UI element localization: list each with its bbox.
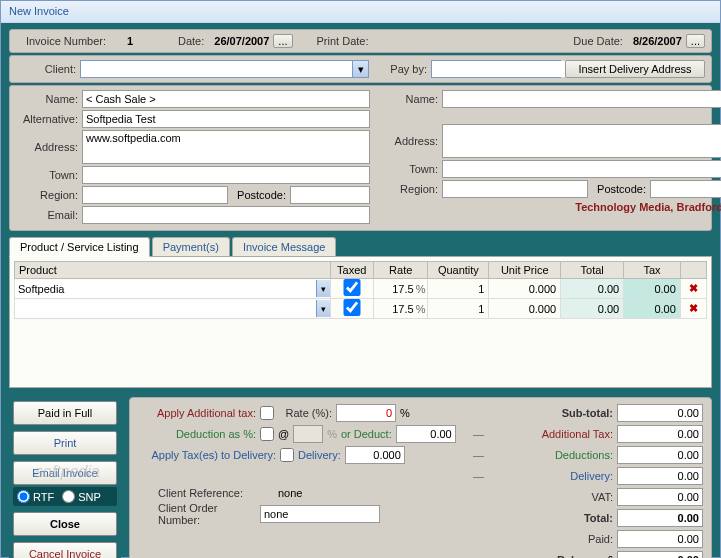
email-invoice-button[interactable]: Email Invoice bbox=[13, 461, 117, 485]
total-value bbox=[617, 509, 703, 527]
product-input[interactable] bbox=[15, 300, 316, 317]
postcode-label: Postcode: bbox=[232, 189, 286, 201]
payby-select[interactable]: ▾ bbox=[431, 60, 561, 78]
window-title: New Invoice bbox=[9, 5, 69, 17]
apply-addl-checkbox[interactable] bbox=[260, 406, 274, 420]
delete-icon[interactable]: ✖ bbox=[685, 302, 702, 314]
format-radios: RTF SNP bbox=[13, 487, 117, 506]
chevron-down-icon[interactable]: ▾ bbox=[352, 61, 368, 77]
col-delete bbox=[680, 262, 706, 279]
paid-value bbox=[617, 530, 703, 548]
delivery-label: Delivery: bbox=[298, 449, 341, 461]
name2-input[interactable] bbox=[442, 90, 721, 108]
taxed-checkbox[interactable] bbox=[331, 299, 374, 316]
rtf-radio[interactable]: RTF bbox=[17, 490, 54, 503]
name-input[interactable] bbox=[82, 90, 370, 108]
rate-input[interactable] bbox=[336, 404, 396, 422]
col-qty: Quantity bbox=[428, 262, 489, 279]
tab-invoice-message[interactable]: Invoice Message bbox=[232, 237, 337, 257]
rate-value: 17.5 bbox=[392, 303, 413, 315]
at-label: @ bbox=[278, 428, 289, 440]
vat-value bbox=[617, 488, 703, 506]
col-rate: Rate bbox=[374, 262, 428, 279]
dash-icon: — bbox=[473, 470, 484, 482]
percent-icon: % bbox=[416, 303, 426, 315]
delete-icon[interactable]: ✖ bbox=[685, 282, 702, 294]
name-label: Name: bbox=[16, 93, 78, 105]
town2-label: Town: bbox=[376, 163, 438, 175]
dash-icon: — bbox=[473, 449, 484, 461]
col-product: Product bbox=[15, 262, 331, 279]
content: Invoice Number: 1 Date: 26/07/2007 ... P… bbox=[1, 23, 720, 557]
addr-input[interactable] bbox=[82, 130, 370, 164]
client-ref-label: Client Reference: bbox=[138, 487, 256, 499]
invoice-number: 1 bbox=[110, 35, 150, 47]
deduction-pct-input[interactable] bbox=[293, 425, 323, 443]
region-input[interactable] bbox=[82, 186, 228, 204]
due-date-value: 8/26/2007 bbox=[633, 35, 682, 47]
delivery-input[interactable] bbox=[345, 446, 405, 464]
topbar: Invoice Number: 1 Date: 26/07/2007 ... P… bbox=[9, 29, 712, 53]
cancel-invoice-button[interactable]: Cancel Invoice bbox=[13, 542, 117, 558]
col-taxed: Taxed bbox=[330, 262, 374, 279]
deductions-label: Deductions: bbox=[488, 449, 613, 461]
percent-icon: % bbox=[416, 283, 426, 295]
or-deduct-input[interactable] bbox=[396, 425, 456, 443]
or-deduct-label: or Deduct: bbox=[341, 428, 392, 440]
addl-tax-value bbox=[617, 425, 703, 443]
product-input[interactable] bbox=[15, 280, 316, 297]
tabstrip: Product / Service Listing Payment(s) Inv… bbox=[9, 237, 712, 257]
client-input[interactable] bbox=[81, 61, 352, 77]
alt-label: Alternative: bbox=[16, 113, 78, 125]
due-date-label: Due Date: bbox=[573, 35, 623, 47]
product-grid: Product Taxed Rate Quantity Unit Price T… bbox=[14, 261, 707, 319]
alt-input[interactable] bbox=[82, 110, 370, 128]
snp-radio[interactable]: SNP bbox=[62, 490, 101, 503]
deduction-checkbox[interactable] bbox=[260, 427, 274, 441]
window: New Invoice Invoice Number: 1 Date: 26/0… bbox=[0, 0, 721, 558]
total-label: Total: bbox=[473, 512, 613, 524]
apply-taxes-delivery-checkbox[interactable] bbox=[280, 448, 294, 462]
client-select[interactable]: ▾ bbox=[80, 60, 369, 78]
taxed-checkbox[interactable] bbox=[331, 279, 374, 296]
subtotal-value bbox=[617, 404, 703, 422]
region2-label: Region: bbox=[376, 183, 438, 195]
town2-input[interactable] bbox=[442, 160, 721, 178]
button-column: Paid in Full Print Email Invoice RTF SNP… bbox=[9, 397, 121, 558]
email-input[interactable] bbox=[82, 206, 370, 224]
postcode-input[interactable] bbox=[290, 186, 370, 204]
due-date-picker-button[interactable]: ... bbox=[686, 34, 705, 48]
deduction-label: Deduction as %: bbox=[138, 428, 256, 440]
payby-input[interactable] bbox=[432, 61, 576, 77]
col-unitprice: Unit Price bbox=[489, 262, 561, 279]
qty-cell[interactable]: 1 bbox=[428, 279, 489, 299]
postcode2-label: Postcode: bbox=[592, 183, 646, 195]
client-order-input[interactable] bbox=[260, 505, 380, 523]
tab-payments[interactable]: Payment(s) bbox=[152, 237, 230, 257]
unitprice-cell[interactable]: 0.000 bbox=[489, 279, 561, 299]
chevron-down-icon[interactable]: ▾ bbox=[316, 280, 330, 297]
paid-in-full-button[interactable]: Paid in Full bbox=[13, 401, 117, 425]
tax-cell: 0.00 bbox=[624, 279, 681, 299]
qty-cell[interactable]: 1 bbox=[428, 299, 489, 319]
chevron-down-icon[interactable]: ▾ bbox=[316, 300, 330, 317]
total-cell: 0.00 bbox=[561, 279, 624, 299]
postcode2-input[interactable] bbox=[650, 180, 721, 198]
deductions-value bbox=[617, 446, 703, 464]
close-button[interactable]: Close bbox=[13, 512, 117, 536]
addr2-label: Address: bbox=[376, 135, 438, 147]
tax-cell: 0.00 bbox=[624, 299, 681, 319]
total-cell: 0.00 bbox=[561, 299, 624, 319]
unitprice-cell[interactable]: 0.000 bbox=[489, 299, 561, 319]
insert-delivery-button[interactable]: Insert Delivery Address bbox=[565, 60, 705, 78]
vat-label: VAT: bbox=[473, 491, 613, 503]
tab-product-listing[interactable]: Product / Service Listing bbox=[9, 237, 150, 257]
date-picker-button[interactable]: ... bbox=[273, 34, 292, 48]
town-input[interactable] bbox=[82, 166, 370, 184]
currency-symbol: £ bbox=[607, 554, 613, 558]
region2-input[interactable] bbox=[442, 180, 588, 198]
addr-label: Address: bbox=[16, 141, 78, 153]
print-button[interactable]: Print bbox=[13, 431, 117, 455]
addr2-input[interactable] bbox=[442, 124, 721, 158]
totals-panel: Apply Additional tax: Rate (%): % Deduct… bbox=[129, 397, 712, 558]
